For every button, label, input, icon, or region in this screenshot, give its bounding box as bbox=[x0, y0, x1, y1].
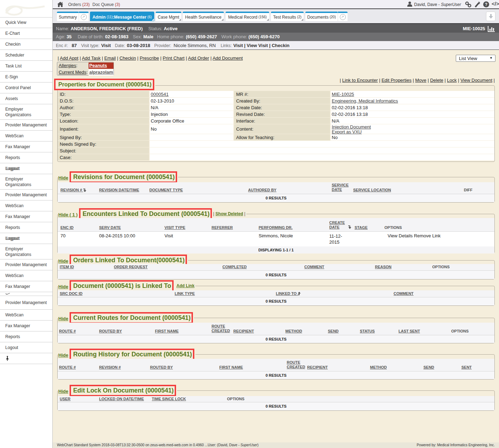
svg-text:?: ? bbox=[485, 2, 487, 7]
